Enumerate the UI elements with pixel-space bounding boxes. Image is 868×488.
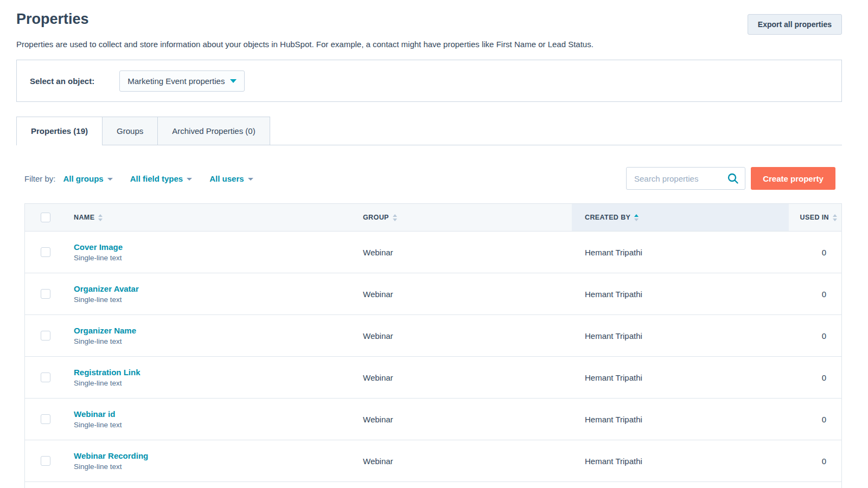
row-checkbox[interactable]: [41, 289, 50, 299]
filter-all-groups-dropdown[interactable]: All groups: [63, 174, 113, 183]
property-type-label: Single-line text: [74, 254, 363, 262]
column-header-group-label: GROUP: [363, 214, 389, 221]
row-checkbox[interactable]: [41, 414, 50, 424]
table-row: Registration Link Single-line text Webin…: [25, 356, 841, 398]
row-checkbox-cell: [25, 456, 66, 466]
property-name-link[interactable]: Webinar id: [74, 409, 363, 419]
property-group-cell: Webinar: [363, 415, 572, 424]
chevron-down-icon: [230, 79, 237, 83]
tab-groups[interactable]: Groups: [102, 117, 158, 145]
property-type-label: Single-line text: [74, 296, 363, 304]
column-header-used-in[interactable]: USED IN: [789, 204, 841, 231]
table-row: Organizer Avatar Single-line text Webina…: [25, 273, 841, 314]
property-name-cell: Webinar Recording Single-line text: [66, 451, 363, 471]
row-checkbox-cell: [25, 373, 66, 382]
row-checkbox-cell: [25, 247, 66, 257]
chevron-down-icon: [248, 178, 253, 181]
property-used-in-cell: 0: [789, 415, 841, 424]
column-header-name[interactable]: NAME: [66, 204, 363, 231]
row-checkbox[interactable]: [41, 247, 50, 257]
row-checkbox[interactable]: [41, 331, 50, 341]
table-row-partial: [25, 481, 841, 488]
property-created-by-cell: Hemant Tripathi: [572, 457, 789, 466]
object-select-value: Marketing Event properties: [127, 76, 225, 86]
object-select-dropdown[interactable]: Marketing Event properties: [119, 70, 245, 92]
property-created-by-cell: Hemant Tripathi: [572, 415, 789, 424]
property-name-link[interactable]: Webinar Recording: [74, 451, 363, 460]
property-name-cell: Organizer Name Single-line text: [66, 326, 363, 345]
object-selector-panel: Select an object: Marketing Event proper…: [16, 60, 842, 102]
row-checkbox-cell: [25, 414, 66, 424]
filter-all-groups-label: All groups: [63, 174, 104, 183]
property-created-by-cell: Hemant Tripathi: [572, 290, 789, 299]
column-header-name-label: NAME: [74, 214, 94, 221]
table-row: Cover Image Single-line text Webinar Hem…: [25, 231, 841, 273]
property-used-in-cell: 0: [789, 290, 841, 299]
sort-arrows-icon[interactable]: [634, 214, 639, 221]
header-checkbox-cell: [25, 204, 66, 231]
property-used-in-cell: 0: [789, 457, 841, 466]
chevron-down-icon: [187, 178, 192, 181]
sort-arrows-icon[interactable]: [393, 214, 397, 221]
property-name-link[interactable]: Registration Link: [74, 368, 363, 377]
sort-arrows-icon[interactable]: [833, 214, 837, 221]
property-name-cell: Cover Image Single-line text: [66, 242, 363, 262]
property-created-by-cell: Hemant Tripathi: [572, 331, 789, 341]
filter-all-field-types-label: All field types: [130, 174, 183, 183]
column-header-created-by[interactable]: CREATED BY: [572, 204, 789, 231]
filter-by-label: Filter by:: [24, 174, 56, 183]
property-type-label: Single-line text: [74, 421, 363, 429]
row-checkbox-cell: [25, 289, 66, 299]
page-title: Properties: [16, 11, 89, 28]
column-header-used-in-label: USED IN: [800, 214, 829, 221]
property-group-cell: Webinar: [363, 290, 572, 299]
page-description: Properties are used to collect and store…: [16, 40, 593, 49]
property-type-label: Single-line text: [74, 337, 363, 345]
property-name-cell: Registration Link Single-line text: [66, 368, 363, 387]
column-header-group[interactable]: GROUP: [363, 204, 572, 231]
property-name-cell: Webinar id Single-line text: [66, 409, 363, 429]
property-group-cell: Webinar: [363, 373, 572, 382]
property-type-label: Single-line text: [74, 463, 363, 471]
property-group-cell: Webinar: [363, 248, 572, 257]
filter-all-field-types-dropdown[interactable]: All field types: [130, 174, 193, 183]
properties-table: NAME GROUP CREATED BY USED IN Cover Imag…: [24, 203, 842, 488]
property-created-by-cell: Hemant Tripathi: [572, 373, 789, 382]
table-row: Webinar Recording Single-line text Webin…: [25, 440, 841, 481]
tab-bar: Properties (19) Groups Archived Properti…: [16, 117, 842, 145]
table-row: Webinar id Single-line text Webinar Hema…: [25, 398, 841, 440]
property-name-link[interactable]: Cover Image: [74, 242, 363, 252]
property-type-label: Single-line text: [74, 379, 363, 387]
table-row: Organizer Name Single-line text Webinar …: [25, 314, 841, 356]
create-property-button[interactable]: Create property: [751, 167, 835, 190]
search-icon: [727, 172, 739, 184]
row-checkbox-cell: [25, 331, 66, 341]
row-checkbox[interactable]: [41, 456, 50, 466]
property-used-in-cell: 0: [789, 331, 841, 341]
chevron-down-icon: [107, 178, 113, 181]
property-created-by-cell: Hemant Tripathi: [572, 248, 789, 257]
row-checkbox[interactable]: [41, 373, 50, 382]
tab-archived-properties[interactable]: Archived Properties (0): [157, 117, 270, 145]
property-used-in-cell: 0: [789, 373, 841, 382]
property-group-cell: Webinar: [363, 457, 572, 466]
filter-bar: Filter by: All groups All field types Al…: [24, 167, 835, 190]
property-name-cell: Organizer Avatar Single-line text: [66, 284, 363, 304]
select-all-checkbox[interactable]: [41, 213, 50, 222]
table-header-row: NAME GROUP CREATED BY USED IN: [25, 204, 841, 231]
properties-page: Properties Export all properties Propert…: [0, 0, 868, 488]
sort-arrows-icon[interactable]: [98, 214, 103, 221]
filter-all-users-dropdown[interactable]: All users: [209, 174, 253, 183]
export-all-properties-button[interactable]: Export all properties: [748, 14, 842, 35]
search-properties-box: [626, 167, 745, 190]
property-used-in-cell: 0: [789, 248, 841, 257]
property-name-link[interactable]: Organizer Avatar: [74, 284, 363, 293]
tab-properties[interactable]: Properties (19): [16, 117, 103, 145]
object-selector-label: Select an object:: [30, 76, 94, 86]
property-group-cell: Webinar: [363, 331, 572, 341]
filter-all-users-label: All users: [209, 174, 244, 183]
property-name-link[interactable]: Organizer Name: [74, 326, 363, 335]
column-header-created-by-label: CREATED BY: [585, 214, 630, 221]
